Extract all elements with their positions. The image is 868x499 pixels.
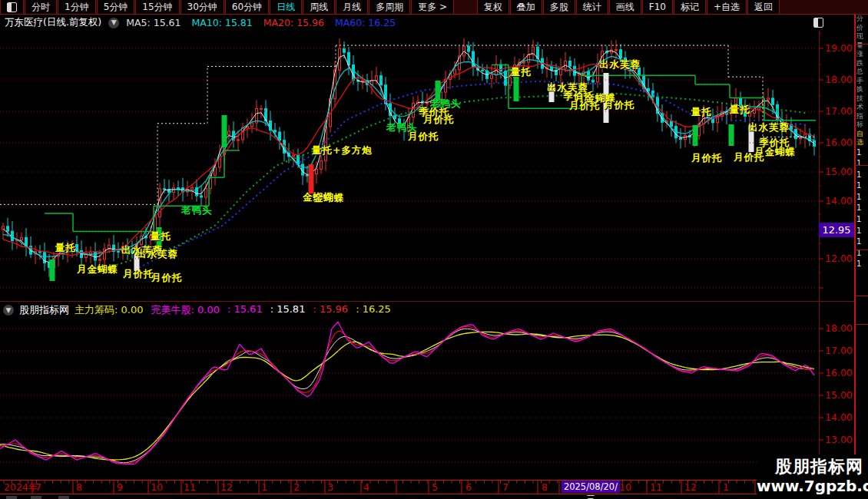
month-label: 8 bbox=[76, 481, 82, 493]
signal-label: 月价托 bbox=[691, 152, 723, 165]
logo-text: 股朋指标网 bbox=[757, 456, 863, 477]
strip-separator bbox=[855, 165, 868, 166]
watermark-logo: 股朋指标网 www.7gpzb.com bbox=[757, 454, 868, 499]
period-tab-周线[interactable]: 周线 bbox=[303, 0, 335, 14]
signal-label: 量托 bbox=[691, 106, 712, 119]
ma-token: MA10: 15.81 bbox=[192, 17, 253, 28]
period-tab-1分钟[interactable]: 1分钟 bbox=[58, 0, 96, 14]
panel-toggle-icon[interactable] bbox=[813, 18, 823, 28]
month-label: 2024年 bbox=[4, 481, 38, 493]
indicator-values: 主力筹码: 0.00完美牛股: 0.00: 15.61: 15.81: 15.9… bbox=[75, 303, 399, 317]
stock-title: 万东医疗(日线.前复权) bbox=[5, 16, 101, 29]
tool-button-多股[interactable]: 多股 bbox=[543, 0, 575, 14]
date-badge: 2025/08/20/三 bbox=[562, 481, 620, 493]
strip-digit: 1 bbox=[856, 180, 868, 192]
price-label: 17.00 bbox=[825, 345, 859, 355]
month-label: 12 bbox=[684, 481, 697, 493]
strip-digit: 1 bbox=[856, 147, 868, 159]
signal-label: 月金蝴蝶 bbox=[77, 263, 118, 276]
period-tab-月线[interactable]: 月线 bbox=[336, 0, 368, 14]
ma-values: MA5: 15.61MA10: 15.81MA20: 15.96MA60: 16… bbox=[126, 17, 406, 28]
tool-button-+自选[interactable]: +自选 bbox=[707, 0, 747, 14]
price-label: 18.00 bbox=[825, 323, 859, 333]
price-label: 12.00 bbox=[825, 253, 859, 263]
period-tab-分时[interactable]: 分时 bbox=[25, 0, 57, 14]
period-tab-30分钟[interactable]: 30分钟 bbox=[181, 0, 224, 14]
strip-digit: 1 bbox=[856, 203, 868, 214]
price-label: 14.00 bbox=[825, 412, 859, 422]
logo-url: www.7gpzb.com bbox=[757, 477, 863, 496]
period-tab-5分钟[interactable]: 5分钟 bbox=[97, 0, 135, 14]
cropped-side-panel[interactable]: 分价现量涨跌总手换技术指标自选11111111111 bbox=[856, 15, 868, 499]
price-label: 18.00 bbox=[825, 74, 859, 84]
last-price-badge: 12.95 bbox=[819, 223, 854, 237]
tool-button-复权[interactable]: 复权 bbox=[477, 0, 509, 14]
tools-toolbar: 复权叠加多股统计画线F10标记+自选返回 bbox=[477, 0, 780, 14]
strip-menu-item[interactable]: 自 bbox=[856, 130, 868, 139]
indicator-header: ▼ 股朋指标网 主力筹码: 0.00完美牛股: 0.00: 15.61: 15.… bbox=[3, 304, 399, 316]
strip-separator bbox=[855, 296, 868, 296]
strip-glyph: 总 bbox=[856, 68, 868, 77]
signal-label: 量托 bbox=[730, 104, 750, 117]
strip-separator bbox=[855, 250, 868, 250]
tool-button-返回[interactable]: 返回 bbox=[747, 0, 780, 14]
signal-label: 月价托 bbox=[569, 100, 601, 113]
indicator-token: : 15.61 bbox=[227, 303, 263, 317]
strip-glyph: 现 bbox=[856, 32, 868, 41]
tool-button-画线[interactable]: 画线 bbox=[609, 0, 641, 14]
strip-glyph: 价 bbox=[856, 24, 868, 33]
strip-separator bbox=[855, 324, 868, 325]
tool-button-统计[interactable]: 统计 bbox=[576, 0, 608, 14]
period-tab-更多 >[interactable]: 更多 > bbox=[411, 0, 454, 14]
signal-label: 月价托 bbox=[408, 131, 439, 144]
strip-glyph: 技 bbox=[856, 94, 868, 104]
tool-button-F10[interactable]: F10 bbox=[642, 0, 673, 14]
signal-label: 量托 bbox=[151, 230, 171, 243]
signal-label: 出水芙蓉 bbox=[599, 58, 641, 71]
strip-digit: 1 bbox=[856, 236, 868, 248]
strip-menu-item[interactable]: 选 bbox=[856, 138, 868, 147]
signal-label: 量托 bbox=[55, 242, 76, 255]
window-icon[interactable] bbox=[0, 0, 24, 14]
price-label: 16.00 bbox=[825, 137, 859, 147]
strip-glyph: 换 bbox=[856, 85, 868, 94]
indicator-token: : 15.81 bbox=[270, 303, 306, 317]
indicator-token: : 16.25 bbox=[356, 303, 391, 317]
signal-label: 出水芙蓉 bbox=[748, 121, 790, 134]
period-tab-15分钟[interactable]: 15分钟 bbox=[135, 0, 179, 14]
price-label: 17.00 bbox=[825, 106, 859, 116]
title-bar: 万东医疗(日线.前复权) ▼ MA5: 15.61MA10: 15.81MA20… bbox=[0, 15, 857, 31]
signal-label: 量托+多方炮 bbox=[312, 144, 373, 157]
month-label: 7 bbox=[502, 481, 509, 493]
month-label: 2 bbox=[293, 481, 300, 493]
tool-button-标记[interactable]: 标记 bbox=[674, 0, 706, 14]
indicator-token: 完美牛股: 0.00 bbox=[151, 303, 219, 317]
strip-separator bbox=[855, 44, 868, 45]
indicator-token: : 15.96 bbox=[313, 303, 348, 317]
month-label: 10 bbox=[151, 481, 163, 493]
month-label: 11 bbox=[650, 481, 662, 493]
signal-label: 金蝴蝶 bbox=[313, 192, 345, 205]
price-label: 13.00 bbox=[825, 435, 859, 444]
chevron-down-icon[interactable]: ▼ bbox=[108, 18, 119, 28]
period-tab-60分钟[interactable]: 60分钟 bbox=[225, 0, 269, 14]
strip-glyph: 手 bbox=[856, 77, 868, 86]
strip-digit: 1 bbox=[856, 226, 868, 237]
month-label: 3 bbox=[327, 481, 333, 493]
date-axis[interactable]: 2024年789101112123456781011121 bbox=[0, 481, 854, 494]
chevron-down-icon[interactable]: ▼ bbox=[3, 305, 14, 316]
strip-glyph: 涨 bbox=[856, 50, 868, 59]
month-label: 9 bbox=[117, 481, 123, 493]
signal-label: 月价托 bbox=[604, 99, 635, 112]
period-tab-日线[interactable]: 日线 bbox=[270, 0, 302, 14]
signal-label: 月价托 bbox=[151, 272, 183, 285]
month-label: 4 bbox=[363, 481, 369, 493]
period-tab-多周期[interactable]: 多周期 bbox=[369, 0, 410, 14]
price-label: 15.00 bbox=[825, 167, 859, 177]
price-label: 14.00 bbox=[825, 196, 859, 206]
strip-digit: 1 bbox=[856, 259, 868, 270]
strip-glyph: 标 bbox=[856, 121, 868, 130]
tool-button-叠加[interactable]: 叠加 bbox=[510, 0, 542, 14]
month-label: 11 bbox=[184, 481, 196, 493]
strip-glyph: 量 bbox=[856, 41, 868, 51]
